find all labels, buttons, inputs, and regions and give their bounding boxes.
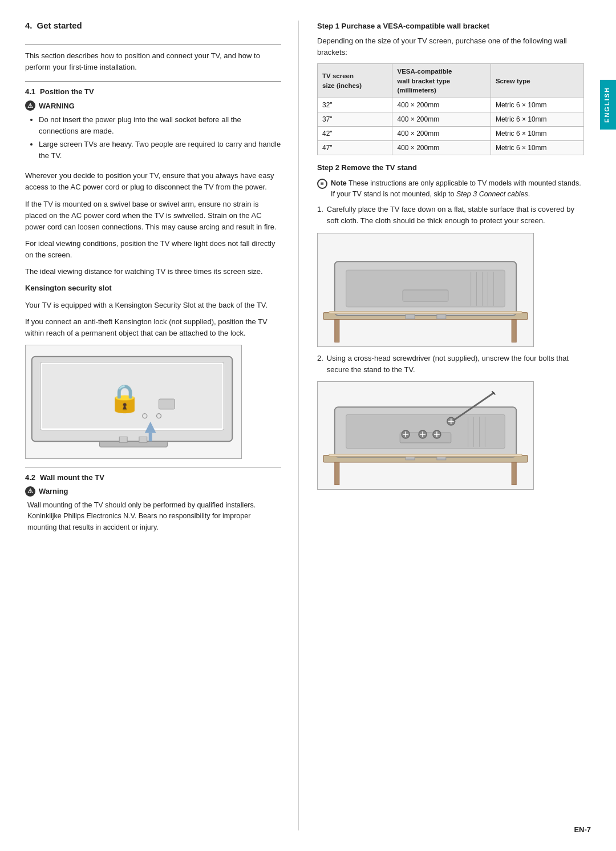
warning-icon-2: ⚠ xyxy=(25,486,35,497)
page: ENGLISH 4. Get started This section desc… xyxy=(0,0,616,851)
svg-rect-13 xyxy=(335,319,339,342)
left-column: 4. Get started This section describes ho… xyxy=(25,21,299,830)
table-row: 42" 400 × 200mm Metric 6 × 10mm xyxy=(318,126,584,140)
divider-4-2 xyxy=(25,467,281,467)
step2-title: Step 2 Remove the TV stand xyxy=(317,162,584,174)
svg-rect-23 xyxy=(329,311,522,313)
screw-type-1: Metric 6 × 10mm xyxy=(491,98,583,112)
svg-rect-24 xyxy=(406,314,415,318)
svg-rect-5 xyxy=(139,437,147,442)
vesa-size-2: 400 × 200mm xyxy=(392,112,491,126)
table-row: 47" 400 × 200mm Metric 6 × 10mm xyxy=(318,140,584,155)
kensington-illustration: 🔒 xyxy=(25,345,242,459)
divider-top xyxy=(25,44,281,45)
svg-text:🔒: 🔒 xyxy=(108,382,142,414)
svg-rect-9 xyxy=(159,399,175,409)
screw-type-3: Metric 6 × 10mm xyxy=(491,126,583,140)
tv-screws-illustration xyxy=(317,381,534,490)
vesa-size-1: 400 × 200mm xyxy=(392,98,491,112)
table-row: 37" 400 × 200mm Metric 6 × 10mm xyxy=(318,112,584,126)
right-column: Step 1 Purchase a VESA-compatible wall b… xyxy=(299,21,584,830)
svg-rect-8 xyxy=(149,433,152,441)
note-icon: ≡ xyxy=(317,179,327,189)
note-title: Note xyxy=(331,179,347,187)
svg-rect-27 xyxy=(335,462,339,485)
kensington-para2: If you connect an anti-theft Kensington … xyxy=(25,316,281,339)
subsection-4-2-header: 4.2 Wall mount the TV xyxy=(25,473,281,482)
svg-rect-4 xyxy=(119,437,127,442)
warning-title-1: WARNING xyxy=(39,102,75,110)
svg-rect-17 xyxy=(403,290,448,301)
warning-para-2: Wall mounting of the TV should only be p… xyxy=(25,500,281,533)
warning-box-2: ⚠ Warning Wall mounting of the TV should… xyxy=(25,486,281,538)
warning-list-1: Do not insert the power plug into the wa… xyxy=(27,114,281,163)
para4: The ideal viewing distance for watching … xyxy=(25,266,281,277)
warning-title-2: Warning xyxy=(39,487,68,495)
step2-item-2-text: Using a cross-head screwdriver (not supp… xyxy=(327,353,584,376)
svg-rect-14 xyxy=(512,319,516,342)
kensington-title: Kensington security slot xyxy=(25,283,281,294)
section-title: Get started xyxy=(37,21,82,30)
tv-size-3: 42" xyxy=(318,126,392,140)
step2-item-2: 2. Using a cross-head screwdriver (not s… xyxy=(317,353,584,376)
screw-type-2: Metric 6 × 10mm xyxy=(491,112,583,126)
table-header-screw: Screw type xyxy=(491,64,583,98)
para1: Wherever you decide to position your TV,… xyxy=(25,170,281,193)
warning-item-1: Do not insert the power plug into the wa… xyxy=(39,114,281,136)
subsection-4-1-header: 4.1 Position the TV xyxy=(25,87,281,96)
warning-box-1: ⚠ WARNING Do not insert the power plug i… xyxy=(25,100,281,163)
language-tab: ENGLISH xyxy=(600,80,616,130)
page-number: EN-7 xyxy=(574,825,591,834)
table-row: 32" 400 × 200mm Metric 6 × 10mm xyxy=(318,98,584,112)
para2: If the TV is mounted on a swivel base or… xyxy=(25,199,281,233)
table-header-vesa: VESA-compatiblewall bracket type(millime… xyxy=(392,64,491,98)
warning-header-1: ⚠ WARNING xyxy=(25,100,281,111)
svg-rect-3 xyxy=(100,441,168,447)
vesa-table: TV screensize (inches) VESA-compatiblewa… xyxy=(317,63,584,155)
intro-para: This section describes how to position a… xyxy=(25,50,281,73)
tv-size-2: 37" xyxy=(318,112,392,126)
svg-rect-52 xyxy=(329,454,522,457)
screw-type-4: Metric 6 × 10mm xyxy=(491,140,583,155)
warning-item-2: Large screen TVs are heavy. Two people a… xyxy=(39,139,281,161)
tv-size-4: 47" xyxy=(318,140,392,155)
step2-item-1-text: Carefully place the TV face down on a fl… xyxy=(327,204,584,227)
divider-2 xyxy=(25,81,281,82)
tv-size-1: 32" xyxy=(318,98,392,112)
warning-header-2: ⚠ Warning xyxy=(25,486,281,497)
note-box: ≡ Note These instructions are only appli… xyxy=(317,178,584,200)
warning-icon-1: ⚠ xyxy=(25,100,35,111)
step1-intro: Depending on the size of your TV screen,… xyxy=(317,35,584,58)
para3: For ideal viewing conditions, position t… xyxy=(25,238,281,261)
svg-rect-28 xyxy=(512,462,516,485)
table-header-tv-screen: TV screensize (inches) xyxy=(318,64,392,98)
vesa-size-3: 400 × 200mm xyxy=(392,126,491,140)
svg-rect-25 xyxy=(437,314,446,318)
tv-face-down-illustration xyxy=(317,233,534,347)
kensington-para1: Your TV is equipped with a Kensington Se… xyxy=(25,300,281,311)
vesa-size-4: 400 × 200mm xyxy=(392,140,491,155)
note-content: Note These instructions are only applica… xyxy=(331,178,584,200)
section-number: 4. xyxy=(25,21,33,30)
step1-title: Step 1 Purchase a VESA-compatible wall b… xyxy=(317,21,584,32)
step2-item-1: 1. Carefully place the TV face down on a… xyxy=(317,204,584,227)
